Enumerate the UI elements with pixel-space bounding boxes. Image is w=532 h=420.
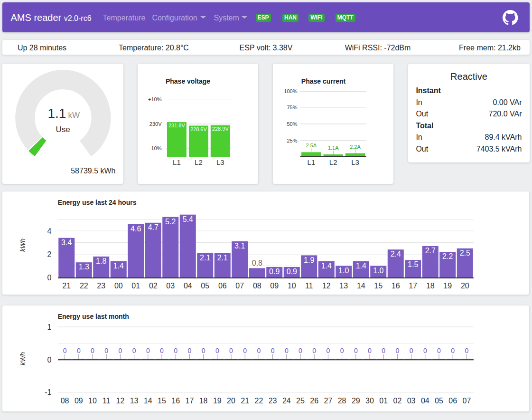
- svg-text:L2: L2: [195, 158, 203, 166]
- svg-text:01: 01: [379, 397, 388, 405]
- svg-text:02: 02: [393, 397, 402, 405]
- svg-text:0: 0: [368, 347, 372, 354]
- svg-text:12: 12: [322, 282, 331, 290]
- svg-text:17: 17: [186, 397, 194, 405]
- svg-text:13: 13: [130, 397, 139, 405]
- svg-text:0: 0: [271, 347, 275, 354]
- svg-text:18: 18: [426, 282, 435, 290]
- svg-text:1.0: 1.0: [338, 267, 349, 275]
- svg-text:22: 22: [80, 282, 88, 290]
- svg-text:0: 0: [327, 347, 330, 354]
- svg-text:06: 06: [448, 397, 457, 405]
- svg-text:0: 0: [354, 347, 358, 354]
- svg-text:Energy use last month: Energy use last month: [58, 313, 129, 320]
- svg-text:28: 28: [338, 397, 346, 405]
- svg-text:2.1: 2.1: [200, 254, 210, 262]
- svg-text:08: 08: [61, 397, 69, 405]
- svg-text:89.4 kVArh: 89.4 kVArh: [485, 133, 522, 141]
- svg-text:5.2: 5.2: [165, 218, 176, 226]
- svg-text:00: 00: [114, 282, 123, 290]
- svg-text:25: 25: [296, 397, 305, 405]
- svg-text:08: 08: [253, 282, 261, 290]
- svg-text:1.1kW: 1.1kW: [48, 106, 80, 121]
- svg-text:Use: Use: [56, 124, 70, 134]
- svg-text:20: 20: [227, 397, 235, 405]
- svg-text:1.3: 1.3: [79, 263, 89, 271]
- svg-text:0: 0: [119, 347, 122, 354]
- svg-text:14: 14: [357, 282, 365, 290]
- svg-text:0: 0: [132, 347, 136, 354]
- svg-text:1: 1: [47, 323, 52, 331]
- svg-text:05: 05: [201, 282, 209, 290]
- svg-text:3.4: 3.4: [61, 239, 72, 247]
- svg-text:09: 09: [270, 282, 279, 290]
- svg-text:11: 11: [103, 397, 111, 405]
- svg-text:228.9V: 228.9V: [212, 125, 229, 131]
- svg-text:23: 23: [97, 282, 105, 290]
- svg-text:0: 0: [215, 347, 219, 354]
- svg-text:30: 30: [365, 397, 374, 405]
- svg-text:231.8V: 231.8V: [168, 123, 186, 128]
- svg-text:0: 0: [47, 356, 52, 364]
- svg-text:21: 21: [241, 397, 249, 405]
- svg-text:14: 14: [144, 397, 152, 405]
- svg-text:L1: L1: [173, 158, 181, 166]
- svg-text:0: 0: [312, 347, 316, 354]
- svg-text:0: 0: [229, 347, 233, 354]
- svg-text:13: 13: [339, 282, 348, 290]
- svg-text:1.4: 1.4: [113, 262, 124, 270]
- svg-text:0: 0: [410, 347, 413, 354]
- svg-text:0: 0: [104, 347, 108, 354]
- svg-text:16: 16: [392, 282, 400, 290]
- svg-text:L2: L2: [329, 158, 337, 166]
- svg-text:4.6: 4.6: [131, 225, 141, 233]
- svg-text:228.6V: 228.6V: [190, 126, 207, 132]
- svg-text:2.7: 2.7: [425, 247, 436, 255]
- svg-text:1.4: 1.4: [321, 262, 332, 270]
- svg-text:0: 0: [47, 274, 52, 282]
- svg-text:7403.5 kVArh: 7403.5 kVArh: [476, 144, 522, 153]
- svg-text:15: 15: [158, 397, 166, 405]
- svg-text:0: 0: [465, 347, 469, 354]
- svg-text:18: 18: [199, 397, 208, 405]
- svg-text:0: 0: [160, 347, 164, 354]
- svg-text:07: 07: [463, 397, 471, 405]
- svg-text:1.0: 1.0: [373, 267, 383, 275]
- svg-text:05: 05: [435, 397, 443, 405]
- svg-text:In: In: [416, 98, 422, 106]
- svg-text:0: 0: [202, 347, 205, 354]
- svg-text:2: 2: [47, 250, 52, 258]
- svg-text:-10%: -10%: [149, 145, 162, 151]
- svg-text:58739.5 kWh: 58739.5 kWh: [71, 167, 115, 175]
- svg-text:22: 22: [255, 397, 263, 405]
- svg-text:kWh: kWh: [19, 239, 27, 252]
- svg-text:29: 29: [352, 397, 360, 405]
- svg-text:02: 02: [149, 282, 158, 290]
- svg-text:11: 11: [305, 282, 313, 290]
- svg-text:2.1: 2.1: [217, 254, 228, 262]
- svg-text:720.0 VAr: 720.0 VAr: [489, 110, 523, 118]
- svg-text:04: 04: [421, 397, 429, 405]
- svg-text:0.9: 0.9: [269, 267, 280, 276]
- svg-text:1.1A: 1.1A: [328, 144, 339, 150]
- svg-text:1.8: 1.8: [96, 257, 106, 265]
- svg-text:0: 0: [91, 347, 94, 354]
- svg-text:-1: -1: [45, 388, 51, 396]
- svg-text:0.00 VAr: 0.00 VAr: [493, 98, 522, 106]
- svg-text:1.5: 1.5: [408, 260, 418, 268]
- svg-text:21: 21: [62, 282, 71, 290]
- svg-text:0: 0: [299, 347, 302, 354]
- svg-text:Phase current: Phase current: [301, 77, 346, 85]
- svg-text:10: 10: [288, 282, 296, 290]
- svg-text:0: 0: [63, 347, 67, 354]
- svg-text:75%: 75%: [287, 104, 297, 110]
- svg-text:+10%: +10%: [148, 96, 162, 102]
- svg-text:03: 03: [166, 282, 175, 290]
- svg-text:2.4: 2.4: [391, 250, 401, 258]
- svg-text:L1: L1: [307, 158, 315, 166]
- svg-text:26: 26: [310, 397, 318, 405]
- svg-text:12: 12: [116, 397, 125, 405]
- svg-text:0.8: 0.8: [252, 259, 262, 267]
- svg-text:1.4: 1.4: [356, 262, 366, 270]
- svg-text:19: 19: [213, 397, 222, 405]
